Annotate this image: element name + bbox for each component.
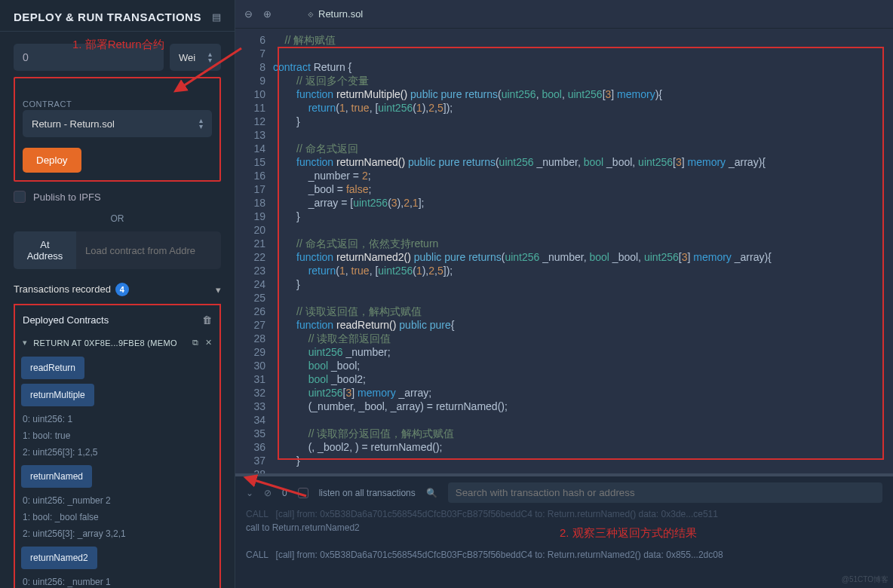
value-unit-select[interactable]: Wei ▴▾ xyxy=(170,44,221,71)
deployed-contracts: Deployed Contracts 🗑 ▾ RETURN AT 0XF8E..… xyxy=(14,304,221,588)
at-address-button[interactable]: At Address xyxy=(14,231,76,269)
annotation-2: 2. 观察三种返回方式的结果 xyxy=(560,526,697,541)
ret-value: 1: bool: true xyxy=(21,427,213,444)
ret-value: 2: uint256[3]: _array 3,2,1 xyxy=(21,525,213,542)
editor-tab[interactable]: ⟐ Return.sol xyxy=(305,4,366,24)
tx-count-badge: 4 xyxy=(115,283,129,296)
copy-icon[interactable]: ⧉ xyxy=(192,338,198,348)
collapse-icon[interactable]: ⌄ xyxy=(246,488,253,498)
deploy-button[interactable]: Deploy xyxy=(23,148,81,173)
tx-recorded-toggle[interactable]: Transactions recorded4 ▾ xyxy=(14,283,221,296)
contract-updown-icon: ▴▾ xyxy=(199,118,203,130)
chevron-down-icon: ▾ xyxy=(216,284,221,296)
trash-icon[interactable]: 🗑 xyxy=(202,314,212,326)
tab-filename: Return.sol xyxy=(318,8,363,20)
value-unit-label: Wei xyxy=(179,52,195,63)
ret-value: 0: uint256: _number 1 xyxy=(21,574,213,588)
terminal-line: CALL [call] from: 0x5B38Da6a701c568545dC… xyxy=(246,507,882,521)
ret-value: 2: uint256[3]: 1,2,5 xyxy=(21,444,213,461)
tx-search-input[interactable] xyxy=(448,482,882,503)
contract-section: CONTRACT Return - Return.sol ▴▾ Deploy xyxy=(14,77,221,182)
clear-icon[interactable]: ⊘ xyxy=(264,488,272,498)
publish-ipfs-label: Publish to IPFS xyxy=(33,191,101,203)
address-input[interactable] xyxy=(76,231,221,269)
ret-value: 0: uint256: 1 xyxy=(21,411,213,427)
watermark: @51CTO博客 xyxy=(842,574,888,585)
tx-recorded-label: Transactions recorded xyxy=(14,283,111,295)
deploy-sidebar: DEPLOY & RUN TRANSACTIONS ▤ Wei ▴▾ CONTR… xyxy=(0,0,235,588)
deployed-title: Deployed Contracts xyxy=(23,314,109,326)
panel-icon: ▤ xyxy=(212,11,221,23)
code-editor[interactable]: 6789101112131415161718192021222324252627… xyxy=(235,29,893,473)
contract-select[interactable]: Return - Return.sol ▴▾ xyxy=(23,110,212,137)
contract-label: CONTRACT xyxy=(23,100,212,109)
line-gutter: 6789101112131415161718192021222324252627… xyxy=(235,29,273,473)
zoom-in-icon[interactable]: ⊕ xyxy=(263,8,272,20)
ret-value: 1: bool: _bool false xyxy=(21,509,213,525)
code-content: // 解构赋值 contract Return { // 返回多个变量 func… xyxy=(273,29,893,473)
search-icon[interactable]: 🔍 xyxy=(426,488,437,498)
fn-returnnamed-button[interactable]: returnNamed xyxy=(21,465,92,488)
ret-value: 0: uint256: _number 2 xyxy=(21,492,213,509)
listen-checkbox[interactable] xyxy=(298,488,308,498)
tx-count-zero: 0 xyxy=(282,488,287,498)
fn-returnnamed2-button[interactable]: returnNamed2 xyxy=(21,547,97,569)
solidity-icon: ⟐ xyxy=(308,8,314,20)
chevron-down-icon[interactable]: ▾ xyxy=(23,338,27,348)
editor-topbar: ⊖ ⊕ ⟐ Return.sol xyxy=(235,0,893,29)
fn-readreturn-button[interactable]: readReturn xyxy=(21,357,84,379)
or-divider: OR xyxy=(14,213,221,224)
terminal-line: CALL [call] from: 0x5B38Da6a701c568545dC… xyxy=(246,548,882,562)
unit-updown-icon: ▴▾ xyxy=(208,51,212,63)
close-icon[interactable]: ✕ xyxy=(205,338,212,348)
annotation-1: 1. 部署Return合约 xyxy=(72,38,164,52)
listen-label: listen on all transactions xyxy=(319,488,416,498)
publish-ipfs-checkbox[interactable] xyxy=(14,191,26,203)
instance-name: RETURN AT 0XF8E...9FBE8 (MEMO xyxy=(33,338,186,348)
sidebar-title: DEPLOY & RUN TRANSACTIONS xyxy=(14,11,201,23)
contract-selected: Return - Return.sol xyxy=(32,118,115,130)
main-area: ⊖ ⊕ ⟐ Return.sol 67891011121314151617181… xyxy=(235,0,893,588)
zoom-out-icon[interactable]: ⊖ xyxy=(244,8,253,20)
fn-returnmultiple-button[interactable]: returnMultiple xyxy=(21,384,94,406)
